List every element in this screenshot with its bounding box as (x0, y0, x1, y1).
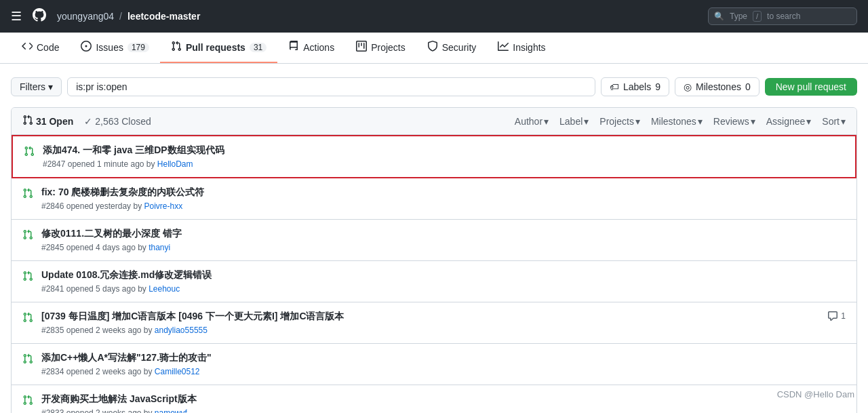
pr-title-link[interactable]: 修改0111.二叉树的最小深度 错字 (41, 228, 837, 240)
assignee-filter[interactable]: Assignee ▾ (766, 116, 812, 127)
pr-author-link[interactable]: namewyf (155, 408, 187, 413)
pr-item-content: [0739 每日温度] 增加C语言版本 [0496 下一个更大元素I] 增加C语… (41, 311, 819, 335)
nav-insights-label: Insights (513, 42, 545, 53)
pr-opened-text: opened 2 weeks ago by (66, 367, 155, 376)
repo-link[interactable]: leetcode-master (127, 11, 200, 22)
open-pr-icon (22, 115, 33, 127)
pr-author-link[interactable]: andyliao55555 (155, 326, 208, 335)
repo-breadcrumb: youngyang04 / leetcode-master (57, 11, 200, 22)
reviews-chevron-icon: ▾ (751, 116, 755, 127)
pr-author-link[interactable]: thanyi (149, 243, 170, 252)
search-placeholder-text: Type (730, 12, 747, 21)
pr-list-item: 添加474. 一和零 java 三维DP数组实现代码 #2847 opened … (12, 135, 856, 178)
pr-item-icon (22, 188, 33, 201)
label-filter[interactable]: Label ▾ (559, 116, 589, 127)
pr-opened-text: opened 4 days ago by (66, 243, 149, 252)
pr-author-link[interactable]: HelloDam (157, 159, 193, 169)
pr-meta: #2847 opened 1 minute ago by HelloDam (43, 159, 836, 169)
pr-list-item: 修改0111.二叉树的最小深度 错字 #2845 opened 4 days a… (12, 220, 856, 261)
code-icon (22, 41, 33, 54)
pr-title-link[interactable]: 添加C++懒人A*写法解"127.骑士的攻击" (41, 352, 837, 364)
pr-icon (171, 41, 182, 54)
pr-title-link[interactable]: 开发商购买土地解法 JavaScript版本 (41, 393, 837, 406)
pr-author-link[interactable]: Camille0512 (155, 367, 200, 376)
pr-meta: #2835 opened 2 weeks ago by andyliao5555… (41, 326, 819, 335)
milestones-chevron-icon: ▾ (698, 116, 703, 127)
search-icon: 🔍 (714, 12, 724, 21)
author-chevron-icon: ▾ (544, 116, 549, 127)
milestones-filter[interactable]: Milestones ▾ (651, 116, 703, 127)
pr-opened-text: opened 2 weeks ago by (66, 408, 155, 413)
pr-list-item: 开发商购买土地解法 JavaScript版本 #2833 opened 2 we… (12, 385, 856, 413)
nav-pull-requests[interactable]: Pull requests 31 (160, 33, 277, 63)
issues-badge: 179 (127, 43, 149, 52)
pr-item-content: 开发商购买土地解法 JavaScript版本 #2833 opened 2 we… (41, 393, 837, 413)
pr-item-icon (22, 229, 33, 243)
sort-chevron-icon: ▾ (841, 116, 846, 127)
breadcrumb-separator: / (119, 11, 122, 22)
nav-security[interactable]: Security (416, 33, 488, 63)
repo-navigation: Code Issues 179 Pull requests 31 Actions… (0, 33, 868, 64)
nav-code[interactable]: Code (11, 33, 70, 63)
milestone-icon: ◎ (684, 81, 692, 92)
pr-title-link[interactable]: [0739 每日温度] 增加C语言版本 [0496 下一个更大元素I] 增加C语… (41, 311, 819, 323)
pr-list-item: 添加C++懒人A*写法解"127.骑士的攻击" #2834 opened 2 w… (12, 344, 856, 385)
pr-title-link[interactable]: fix: 70 爬楼梯删去复杂度的内联公式符 (41, 186, 837, 199)
tag-icon: 🏷 (610, 81, 619, 92)
github-logo[interactable] (33, 8, 46, 25)
menu-icon[interactable]: ☰ (11, 9, 22, 24)
filters-button[interactable]: Filters ▾ (11, 77, 62, 96)
pr-list-item: Update 0108.冗余连接.md修改逻辑错误 #2841 opened 5… (12, 261, 856, 302)
author-filter[interactable]: Author ▾ (515, 116, 549, 127)
pr-title-link[interactable]: Update 0108.冗余连接.md修改逻辑错误 (41, 269, 837, 281)
nav-security-label: Security (442, 42, 477, 53)
new-pull-request-button[interactable]: New pull request (765, 78, 857, 96)
open-prs-link[interactable]: 31 Open (22, 115, 73, 127)
global-search[interactable]: 🔍 Type / to search (708, 7, 857, 25)
nav-projects[interactable]: Projects (345, 33, 416, 63)
sort-filter[interactable]: Sort ▾ (822, 116, 846, 127)
pr-title-link[interactable]: 添加474. 一和零 java 三维DP数组实现代码 (43, 144, 836, 157)
pr-number: #2846 (41, 201, 64, 211)
pr-comment-count[interactable]: 1 (827, 311, 846, 321)
pr-author-link[interactable]: Leehouc (149, 284, 180, 294)
closed-prs-link[interactable]: ✓ 2,563 Closed (84, 116, 151, 127)
security-icon (427, 41, 438, 54)
pr-item-icon (22, 353, 33, 367)
pr-item-content: Update 0108.冗余连接.md修改逻辑错误 #2841 opened 5… (41, 269, 837, 294)
labels-label: Labels (623, 81, 651, 92)
open-count-label: 31 Open (36, 116, 73, 127)
milestones-count: 0 (745, 81, 751, 92)
milestones-label: Milestones (696, 81, 741, 92)
milestones-button[interactable]: ◎ Milestones 0 (675, 77, 760, 96)
nav-issues[interactable]: Issues 179 (70, 33, 160, 63)
search-input[interactable] (67, 77, 595, 96)
labels-button[interactable]: 🏷 Labels 9 (601, 77, 669, 96)
projects-filter[interactable]: Projects ▾ (599, 116, 640, 127)
pr-number: #2834 (41, 367, 64, 376)
nav-pr-label: Pull requests (186, 42, 245, 53)
pr-number: #2845 (41, 243, 64, 252)
sort-filter-label: Sort (822, 116, 840, 127)
nav-actions[interactable]: Actions (277, 33, 345, 63)
pr-author-link[interactable]: Poivre-hxx (144, 201, 182, 211)
filter-bar: Filters ▾ 🏷 Labels 9 ◎ Milestones 0 New … (11, 77, 857, 96)
comment-count-number: 1 (841, 311, 846, 321)
checkmark-icon: ✓ (84, 116, 92, 127)
projects-icon (356, 41, 367, 54)
pr-meta: #2834 opened 2 weeks ago by Camille0512 (41, 367, 837, 376)
pr-opened-text: opened 2 weeks ago by (66, 326, 155, 335)
pr-item-icon (24, 146, 35, 159)
pr-meta: #2845 opened 4 days ago by thanyi (41, 243, 837, 252)
label-chevron-icon: ▾ (584, 116, 589, 127)
pr-item-content: fix: 70 爬楼梯删去复杂度的内联公式符 #2846 opened yest… (41, 186, 837, 211)
username-link[interactable]: youngyang04 (57, 11, 114, 22)
label-filter-label: Label (559, 116, 583, 127)
pr-list-header-right: Author ▾ Label ▾ Projects ▾ Milestones ▾… (515, 116, 846, 127)
nav-insights[interactable]: Insights (487, 33, 556, 63)
issues-icon (81, 41, 92, 54)
pr-badge: 31 (250, 43, 267, 52)
pr-list-header-left: 31 Open ✓ 2,563 Closed (22, 115, 151, 127)
labels-count: 9 (655, 81, 660, 92)
reviews-filter[interactable]: Reviews ▾ (713, 116, 755, 127)
